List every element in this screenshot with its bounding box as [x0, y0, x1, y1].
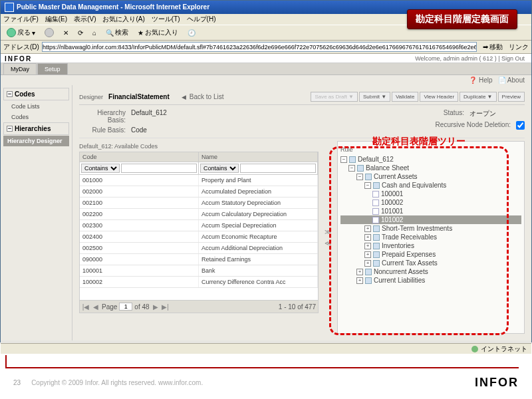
tree-leaf[interactable]: 100001: [340, 190, 521, 198]
hierarchy-basis-label: Hierarchy Basis:: [79, 109, 126, 124]
back-button[interactable]: 戻る ▾: [3, 27, 39, 39]
home-button[interactable]: ⌂: [89, 27, 100, 39]
code-filter-op[interactable]: Contains: [81, 164, 120, 173]
minus-icon: −: [7, 91, 13, 97]
menu-help[interactable]: ヘルプ(H): [187, 15, 216, 24]
recursive-delete-label: Recursive Node Deletion:: [431, 121, 511, 130]
tree-cash-equivalents[interactable]: −Cash and Equivalents: [340, 181, 521, 190]
menu-file[interactable]: ファイル(F): [3, 15, 39, 24]
tree-current-liabilities[interactable]: +Current Liabilities: [340, 276, 521, 285]
menu-fav[interactable]: お気に入り(A): [102, 15, 144, 24]
go-button[interactable]: ➡ 移動: [479, 41, 506, 53]
col-name[interactable]: Name: [199, 152, 318, 162]
name-filter-op[interactable]: Contains: [200, 164, 239, 173]
table-row[interactable]: 100002Currency Difference Contra Acc: [80, 277, 318, 288]
favorites-button[interactable]: ★ お気に入り: [134, 27, 182, 39]
tree-leaf[interactable]: 101001: [340, 207, 521, 215]
sidebar-codes[interactable]: Codes: [3, 112, 69, 122]
pager-last[interactable]: ▶|: [162, 303, 170, 311]
history-button[interactable]: 🕘: [184, 27, 199, 39]
submit-button[interactable]: Submit ▼: [359, 92, 390, 102]
grid-header: Code Name: [79, 152, 319, 162]
menu-tools[interactable]: ツール(T): [152, 15, 180, 24]
address-bar: アドレス(D) ➡ 移動 リンク: [1, 41, 531, 54]
tree-leaf[interactable]: 100002: [340, 198, 521, 207]
plus-icon: +: [356, 277, 363, 284]
pager-current[interactable]: [119, 303, 132, 311]
preview-button[interactable]: Preview: [498, 92, 525, 102]
pager-prev[interactable]: ◀: [92, 303, 100, 311]
tree-sibling[interactable]: +Short-Term Investments: [340, 224, 521, 233]
tree-balance-sheet[interactable]: −Balance Sheet: [340, 164, 521, 172]
forward-button[interactable]: [41, 27, 57, 39]
folder-icon: [373, 243, 380, 249]
save-draft-button[interactable]: Save as Draft ▼: [311, 92, 358, 102]
tree-leaf-selected[interactable]: 101002: [340, 215, 521, 224]
tree-sibling[interactable]: +Trade Receivables: [340, 233, 521, 241]
filter-row: Contains Contains: [79, 162, 319, 174]
minus-icon: −: [348, 165, 355, 172]
table-row[interactable]: 002500Accum Additional Depreciation: [80, 243, 318, 254]
refresh-button[interactable]: ⟳: [74, 27, 86, 39]
rule-basis-label: Rule Basis:: [79, 126, 126, 134]
tree-current-assets[interactable]: −Current Assets: [340, 172, 521, 181]
sidebar-hierarchy-designer[interactable]: Hierarchy Designer: [3, 136, 69, 146]
search-button[interactable]: 🔍 検索: [102, 27, 132, 39]
folder-icon: [373, 260, 380, 267]
table-row[interactable]: 001000Property and Plant: [80, 175, 318, 186]
move-right[interactable]: ≫: [325, 228, 331, 235]
welcome-text[interactable]: Welcome, admin admin ( 612 ) | Sign Out: [415, 55, 525, 62]
pager-next[interactable]: ▶: [152, 303, 160, 311]
folder-icon: [373, 225, 380, 232]
about-link[interactable]: 📄 About: [498, 76, 525, 84]
pager-count: 1 - 10 of 477: [279, 303, 316, 311]
duplicate-button[interactable]: Duplicate ▼: [460, 92, 497, 102]
table-row[interactable]: 002300Accum Special Depreciation: [80, 220, 318, 231]
links-label[interactable]: リンク: [509, 43, 529, 52]
table-row[interactable]: 090000Retained Earnings: [80, 254, 318, 265]
leaf-icon: [372, 208, 379, 215]
browser-window: Public Master Data Management - Microsof…: [0, 0, 532, 342]
address-input[interactable]: [42, 42, 477, 52]
code-filter-input[interactable]: [121, 164, 197, 173]
tree-sibling[interactable]: +Inventories: [340, 241, 521, 250]
stop-button[interactable]: ✕: [60, 27, 72, 39]
leaf-icon: [372, 217, 379, 223]
annotation-badge: 勘定科目階層定義画面: [407, 9, 517, 29]
status-label: Status:: [431, 109, 464, 118]
ie-icon: [5, 3, 14, 12]
move-buttons: ≫ ≪: [321, 141, 334, 334]
pager-of: of 48: [134, 303, 149, 311]
address-label: アドレス(D): [3, 43, 39, 52]
table-row[interactable]: 002200Accum Calculatory Depreciation: [80, 209, 318, 220]
menu-view[interactable]: 表示(V): [74, 15, 96, 24]
col-code[interactable]: Code: [80, 152, 199, 162]
hierarchy-tree-panel: Rule −Default_612 −Balance Sheet −Curren…: [337, 141, 525, 334]
table-row[interactable]: 002000Accumulated Depreciation: [80, 186, 318, 198]
status-bar: イントラネット: [1, 343, 531, 354]
table-row[interactable]: 002400Accum Economic Recapture: [80, 231, 318, 243]
help-link[interactable]: ❓ Help: [469, 76, 492, 84]
tree-noncurrent-assets[interactable]: +Noncurrent Assets: [340, 267, 521, 276]
tab-setup[interactable]: Setup: [37, 63, 68, 74]
table-row[interactable]: 002100Accum Statutory Depreciation: [80, 198, 318, 209]
recursive-delete-checkbox[interactable]: [516, 121, 525, 130]
sidebar-codes-header[interactable]: −Codes: [3, 88, 69, 100]
tree-sibling[interactable]: +Prepaid Expenses: [340, 250, 521, 259]
tree-sibling[interactable]: +Current Tax Assets: [340, 259, 521, 267]
sidebar-hierarchies-header[interactable]: −Hierarchies: [3, 122, 69, 135]
tab-myday[interactable]: MyDay: [3, 63, 37, 74]
sidebar-code-lists[interactable]: Code Lists: [3, 101, 69, 112]
tree-root[interactable]: −Default_612: [340, 155, 521, 164]
main-tabs: MyDay Setup: [1, 63, 531, 75]
pager-first[interactable]: |◀: [82, 303, 90, 311]
app-content: INFOR Welcome, admin admin ( 612 ) | Sig…: [1, 54, 531, 343]
leaf-icon: [372, 200, 379, 206]
validate-button[interactable]: Validate: [392, 92, 418, 102]
move-left[interactable]: ≪: [325, 239, 331, 247]
back-to-list[interactable]: ◀ Back to List: [182, 93, 224, 100]
name-filter-input[interactable]: [240, 164, 316, 173]
menu-edit[interactable]: 編集(E): [45, 15, 67, 24]
view-header-button[interactable]: View Header: [420, 92, 458, 102]
table-row[interactable]: 100001Bank: [80, 265, 318, 277]
